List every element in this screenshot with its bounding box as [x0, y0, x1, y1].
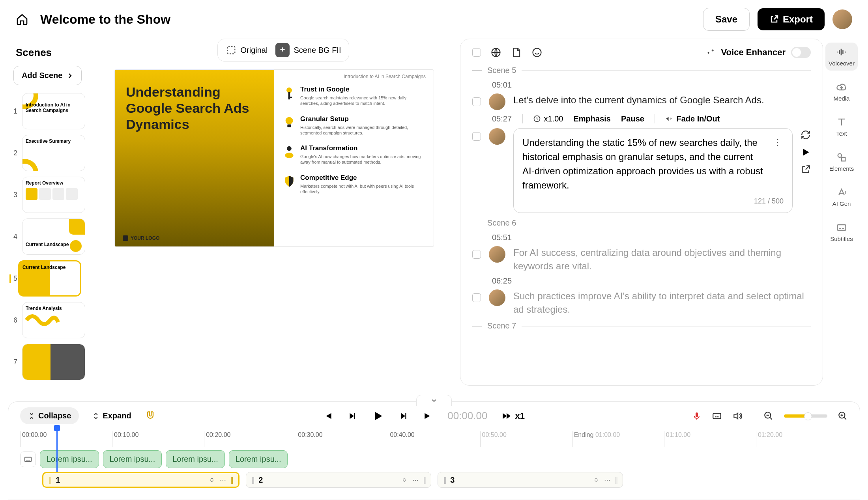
sort-icon[interactable]	[401, 477, 408, 483]
scene-item-4[interactable]: 4 Current Landscape	[13, 218, 101, 255]
more-menu-icon[interactable]: ⋮	[772, 136, 784, 149]
vo-checkbox[interactable]	[472, 132, 481, 141]
export-label: Export	[783, 14, 813, 25]
subtitle-clip[interactable]: Lorem ipsu...	[229, 450, 288, 468]
scene-item-3[interactable]: 3 Report Overview	[13, 177, 101, 213]
rail-aigen[interactable]: AI Gen	[825, 183, 858, 211]
chevron-down-icon	[430, 397, 438, 404]
skip-start-icon[interactable]	[323, 411, 333, 421]
timeline-panel: Collapse Expand 00:00.00 x1	[8, 401, 860, 500]
zoom-slider[interactable]	[784, 414, 827, 418]
speaker-avatar[interactable]	[489, 246, 505, 263]
user-avatar[interactable]	[832, 9, 852, 29]
clip-handle-left[interactable]: ||	[49, 476, 51, 484]
scene-item-2[interactable]: 2 Executive Summary	[13, 135, 101, 171]
speaker-avatar[interactable]	[489, 128, 505, 145]
volume-icon[interactable]	[732, 411, 743, 421]
ruler-tick: 00:00.00	[20, 431, 112, 447]
skip-end-icon[interactable]	[423, 411, 433, 421]
pause-button[interactable]: Pause	[621, 114, 644, 123]
canvas-bgfill-toggle[interactable]: Scene BG FII	[275, 43, 341, 57]
vo-checkbox[interactable]	[472, 293, 481, 302]
vo-line[interactable]: For AI success, centralizing data around…	[472, 246, 811, 272]
zoom-in-icon[interactable]	[838, 411, 848, 421]
scene-item-5[interactable]: 5 Current Landscape	[13, 260, 101, 297]
vo-line[interactable]: Let's delve into the current dynamics of…	[472, 93, 811, 110]
clip-handle-right[interactable]: ||	[615, 476, 617, 484]
expand-button[interactable]: Expand	[84, 407, 139, 424]
export-button[interactable]: Export	[758, 8, 825, 30]
regenerate-icon[interactable]	[801, 130, 811, 140]
scene-clip-3[interactable]: || 3 ⋯ ||	[438, 472, 623, 488]
subtitle-clip[interactable]: Lorem ipsu...	[103, 450, 162, 468]
sort-icon[interactable]	[593, 477, 599, 483]
frame-back-icon[interactable]	[347, 411, 357, 421]
canvas-slide[interactable]: Introduction to AI in Search Campaigns U…	[114, 69, 434, 247]
slide-top-label: Introduction to AI in Search Campaigns	[344, 74, 426, 79]
playback-speed[interactable]: x1	[501, 411, 524, 421]
magnet-icon[interactable]	[145, 410, 156, 422]
clip-more-icon[interactable]: ⋯	[412, 476, 419, 484]
scene-item-7[interactable]: 7	[13, 344, 101, 380]
rail-text[interactable]: Text	[825, 113, 858, 141]
svg-rect-14	[696, 412, 698, 417]
smile-icon[interactable]	[531, 47, 542, 58]
translate-icon[interactable]	[490, 47, 501, 58]
timeline-collapse-tab[interactable]	[416, 395, 452, 406]
add-scene-button[interactable]: Add Scene	[13, 66, 82, 85]
voice-enhancer-toggle[interactable]	[791, 47, 811, 58]
home-icon[interactable]	[16, 13, 28, 26]
emphasis-button[interactable]: Emphasis	[574, 114, 611, 123]
waveform-icon	[836, 47, 847, 58]
document-icon[interactable]	[511, 47, 522, 58]
speed-control[interactable]: x1.00	[533, 114, 563, 123]
scene-num: 4	[13, 233, 18, 241]
point-title: Competitive Edge	[300, 174, 424, 182]
select-all-checkbox[interactable]	[472, 48, 481, 57]
scene-item-1[interactable]: 1 Introduction to AI in Search Campaigns	[13, 93, 101, 129]
vo-checkbox[interactable]	[472, 250, 481, 259]
scene-item-6[interactable]: 6 Trends Analysis	[13, 302, 101, 338]
vo-text: Let's delve into the current dynamics of…	[513, 93, 764, 107]
svg-rect-15	[713, 413, 721, 418]
vo-text[interactable]: Understanding the static 15% of new sear…	[522, 136, 766, 192]
vo-checkbox[interactable]	[472, 97, 481, 106]
subtitle-track-icon[interactable]	[20, 451, 36, 467]
play-icon[interactable]	[801, 147, 811, 157]
rail-voiceover[interactable]: Voiceover	[825, 43, 858, 71]
subtitle-clip[interactable]: Lorem ipsu...	[166, 450, 225, 468]
scene-num: 2	[13, 149, 18, 157]
speaker-avatar[interactable]	[489, 93, 505, 110]
vo-text-editor[interactable]: Understanding the static 15% of new sear…	[513, 128, 793, 213]
svg-point-11	[838, 154, 842, 157]
clip-handle-right[interactable]: ||	[231, 476, 233, 484]
scene-clip-2[interactable]: || 2 ⋯ ||	[246, 472, 431, 488]
save-button[interactable]: Save	[703, 8, 750, 31]
collapse-button[interactable]: Collapse	[20, 407, 79, 424]
subtitle-clip[interactable]: Lorem ipsu...	[40, 450, 99, 468]
scene-num: 3	[13, 191, 18, 199]
clip-handle-left[interactable]: ||	[252, 476, 254, 484]
clip-handle-left[interactable]: ||	[443, 476, 445, 484]
clip-more-icon[interactable]: ⋯	[604, 476, 610, 484]
clip-more-icon[interactable]: ⋯	[220, 476, 226, 484]
cc-icon[interactable]	[712, 411, 722, 421]
scene-clip-1[interactable]: || 1 ⋯ ||	[42, 472, 239, 488]
ruler-tick: 00:50.00	[480, 431, 572, 447]
timeline-ruler[interactable]: 00:00.00 00:10.00 00:20.00 00:30.00 00:4…	[20, 431, 848, 447]
fade-button[interactable]: Fade In/Out	[665, 114, 720, 123]
play-icon[interactable]	[372, 410, 384, 422]
frame-forward-icon[interactable]	[398, 411, 409, 421]
vo-line[interactable]: Such practices improve AI's ability to i…	[472, 289, 811, 316]
collapse-icon	[28, 412, 35, 420]
rail-subtitles[interactable]: Subtitles	[825, 218, 858, 246]
sort-icon[interactable]	[209, 477, 215, 483]
share-icon[interactable]	[801, 164, 811, 175]
zoom-out-icon[interactable]	[763, 411, 774, 421]
mic-icon[interactable]	[692, 411, 702, 421]
speaker-avatar[interactable]	[489, 289, 505, 306]
rail-elements[interactable]: Elements	[825, 148, 858, 176]
canvas-original-toggle[interactable]: Original	[226, 45, 268, 56]
clip-handle-right[interactable]: ||	[423, 476, 425, 484]
rail-media[interactable]: Media	[825, 78, 858, 106]
